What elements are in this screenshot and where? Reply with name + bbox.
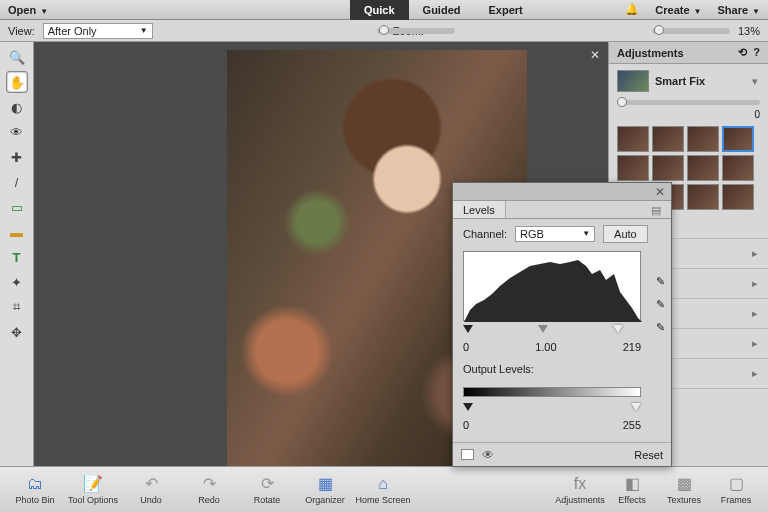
home-button[interactable]: ⌂Home Screen (354, 470, 412, 510)
help-icon[interactable]: ? (753, 46, 760, 59)
dialog-titlebar[interactable]: ✕ (453, 183, 671, 201)
home-icon: ⌂ (378, 475, 388, 493)
hand-tool[interactable]: ✋ (6, 71, 28, 93)
zoom-slider-track[interactable] (652, 28, 730, 34)
reset-button[interactable]: Reset (634, 449, 663, 461)
preset-thumb[interactable] (687, 155, 719, 181)
redo-icon: ↷ (203, 474, 216, 493)
preset-thumb[interactable] (722, 155, 754, 181)
tool-options-icon: 📝 (83, 474, 103, 493)
redeye-tool[interactable]: ▭ (6, 196, 28, 218)
output-label: Output Levels: (463, 363, 661, 375)
view-label: View: (8, 25, 35, 37)
input-gamma[interactable]: 1.00 (535, 341, 556, 353)
zoom-slider[interactable] (377, 28, 455, 34)
white-eyedropper-icon[interactable]: ✎ (656, 321, 665, 334)
zoom-tool[interactable]: 🔍 (6, 46, 28, 68)
tab-expert[interactable]: Expert (474, 0, 536, 20)
brush-tool[interactable]: / (6, 171, 28, 193)
organizer-icon: ▦ (318, 474, 333, 493)
smartfix-slider[interactable] (617, 100, 760, 105)
status-bar: 🗂Photo Bin 📝Tool Options ↶Undo ↷Redo ⟳Ro… (0, 466, 768, 512)
auto-button[interactable]: Auto (603, 225, 648, 243)
output-white[interactable]: 255 (623, 419, 641, 431)
output-white-slider[interactable] (631, 403, 641, 411)
view-select[interactable]: After Only▼ (43, 23, 153, 39)
fx-icon: fx (574, 475, 586, 493)
rotate-button[interactable]: ⟳Rotate (238, 470, 296, 510)
gray-eyedropper-icon[interactable]: ✎ (656, 298, 665, 311)
gamma-slider[interactable] (538, 325, 548, 333)
move-tool[interactable]: ✥ (6, 321, 28, 343)
share-menu[interactable]: Share▼ (718, 4, 761, 16)
smartfix-thumb (617, 70, 649, 92)
black-point-slider[interactable] (463, 325, 473, 333)
menu-bar: Open▼ Quick Guided Expert 🔔 Create▼ Shar… (0, 0, 768, 20)
heal-tool[interactable]: ✚ (6, 146, 28, 168)
preview-toggle-icon[interactable]: 👁 (482, 448, 494, 462)
smartfix-value: 0 (617, 109, 760, 120)
undo-button[interactable]: ↶Undo (122, 470, 180, 510)
sync-icon[interactable]: ⟲ (738, 46, 747, 59)
tab-guided[interactable]: Guided (409, 0, 475, 20)
notification-icon[interactable]: 🔔 (625, 3, 639, 16)
output-black[interactable]: 0 (463, 419, 469, 431)
smartfix-label: Smart Fix (655, 75, 746, 87)
frames-tab[interactable]: ▢Frames (710, 470, 762, 510)
preset-thumb[interactable] (617, 126, 649, 152)
output-gradient[interactable] (463, 387, 641, 397)
input-white[interactable]: 219 (623, 341, 641, 353)
close-icon[interactable]: ✕ (655, 185, 665, 199)
effects-icon: ◧ (625, 474, 640, 493)
levels-tab[interactable]: Levels (453, 201, 506, 218)
black-eyedropper-icon[interactable]: ✎ (656, 275, 665, 288)
tab-quick[interactable]: Quick (350, 0, 409, 20)
output-black-slider[interactable] (463, 403, 473, 411)
input-black[interactable]: 0 (463, 341, 469, 353)
panel-header: Adjustments ⟲? (609, 42, 768, 64)
crop-tool[interactable]: ⌗ (6, 296, 28, 318)
preset-thumb[interactable] (687, 126, 719, 152)
photo-bin-button[interactable]: 🗂Photo Bin (6, 470, 64, 510)
type-tool[interactable]: T (6, 246, 28, 268)
collapse-icon[interactable]: ▾ (752, 75, 760, 88)
redo-button[interactable]: ↷Redo (180, 470, 238, 510)
clip-checkbox[interactable] (461, 449, 474, 460)
preset-thumb[interactable] (652, 126, 684, 152)
mode-tabs: Quick Guided Expert (350, 0, 537, 20)
preset-thumb[interactable] (652, 155, 684, 181)
preset-thumb[interactable] (617, 155, 649, 181)
channel-select[interactable]: RGB▼ (515, 226, 595, 242)
tool-palette: 🔍 ✋ ◐ 👁 ✚ / ▭ ▬ T ✦ ⌗ ✥ (0, 42, 34, 466)
photo-bin-icon: 🗂 (27, 475, 43, 493)
adjust-tab[interactable]: fxAdjustments (554, 470, 606, 510)
textures-tab[interactable]: ▩Textures (658, 470, 710, 510)
eye-tool[interactable]: 👁 (6, 121, 28, 143)
white-point-slider[interactable] (613, 325, 623, 333)
rotate-icon: ⟳ (261, 474, 274, 493)
channel-label: Channel: (463, 228, 507, 240)
open-menu[interactable]: Open▼ (8, 4, 48, 16)
whitening-tool[interactable]: ▬ (6, 221, 28, 243)
output-sliders[interactable] (463, 403, 641, 411)
create-menu[interactable]: Create▼ (655, 4, 701, 16)
preset-thumb[interactable] (722, 126, 754, 152)
histogram (463, 251, 641, 321)
textures-icon: ▩ (677, 474, 692, 493)
panel-menu-icon[interactable]: ▤ (641, 201, 671, 218)
effects-tab[interactable]: ◧Effects (606, 470, 658, 510)
frames-icon: ▢ (729, 474, 744, 493)
quick-select-tool[interactable]: ◐ (6, 96, 28, 118)
levels-dialog[interactable]: ✕ Levels ▤ Channel: RGB▼ Auto ✎ ✎ ✎ 0 1.… (452, 182, 672, 467)
spot-tool[interactable]: ✦ (6, 271, 28, 293)
preset-thumb[interactable] (722, 184, 754, 210)
organizer-button[interactable]: ▦Organizer (296, 470, 354, 510)
preset-thumb[interactable] (687, 184, 719, 210)
input-sliders[interactable] (463, 325, 641, 333)
undo-icon: ↶ (145, 474, 158, 493)
tool-options-button[interactable]: 📝Tool Options (64, 470, 122, 510)
close-document-icon[interactable]: ✕ (590, 48, 600, 62)
zoom-value: 13% (738, 25, 760, 37)
options-bar: View: After Only▼ Zoom: 13% (0, 20, 768, 42)
